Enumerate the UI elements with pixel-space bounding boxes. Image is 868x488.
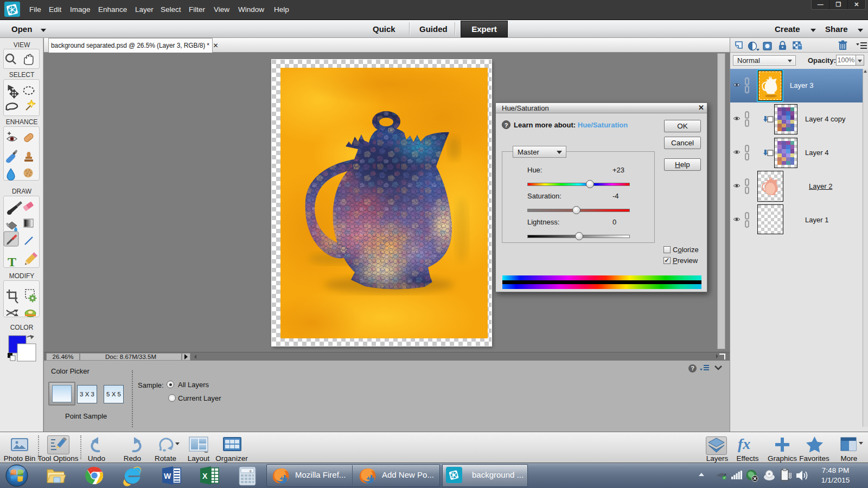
svg-text:W: W — [164, 472, 171, 480]
svg-text:X: X — [202, 472, 208, 480]
svg-text:T: T — [8, 255, 16, 269]
